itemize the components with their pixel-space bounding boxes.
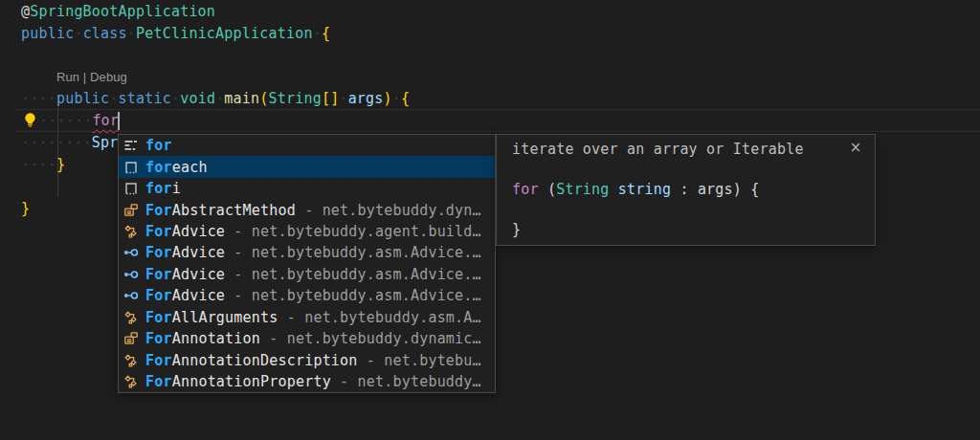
interface-icon [123,288,139,303]
code-token: public [21,25,74,42]
code-token: public [56,90,109,107]
matched-text: For [145,287,172,304]
annotation-line: @SpringBootApplication [21,1,215,23]
snippet-icon [123,160,139,175]
for-typed-line: ······for [39,110,119,132]
code-token: · [127,25,136,42]
main-close-brace-line: ····} [21,154,65,176]
current-line-highlight [15,109,980,132]
code-token: static [119,90,171,107]
suggestion-item-fori[interactable]: fori [119,178,495,199]
code-token: · [392,90,401,107]
code-token: · [313,25,322,42]
code-token: main [224,90,259,107]
suggestion-label: ForAdvice [145,266,225,283]
code-token: } [512,221,521,238]
matched-text: For [145,202,172,219]
suggestion-item-foreach[interactable]: foreach [119,156,495,177]
matched-text: For [145,244,172,261]
keyword-icon [123,138,139,153]
code-token: · [171,90,180,107]
suggestion-detail: - net.bytebuddy.asm.Advice.… [225,266,481,283]
codelens-run-link[interactable]: Run [56,70,79,84]
matched-text: For [145,352,172,369]
code-token: ( [259,90,268,107]
doc-code-line: } [512,220,859,240]
doc-code-line: for (String string : args) { [512,180,859,200]
suggestion-item-for[interactable]: for [119,135,495,156]
label-rest: AnnotationProperty [172,373,331,390]
label-rest: AnnotationDescription [172,352,358,369]
suggestion-item-forannotationdescription[interactable]: ForAnnotationDescription - net.bytebu… [119,349,495,370]
code-token: { [322,25,330,42]
suggest-widget: forforeachforiForAbstractMethod - net.by… [118,134,496,393]
suggestion-item-forallarguments[interactable]: ForAllArguments - net.bytebuddy.asm.A… [119,307,495,328]
code-token: ········ [21,134,92,151]
code-token: String [556,181,609,198]
code-token: · [339,90,347,107]
code-token: for [92,112,119,129]
text-cursor [118,112,120,130]
code-token: ···· [21,156,56,173]
code-token: PetClinicApplication [136,25,313,42]
label-rest: i [172,180,181,197]
enum-icon [123,224,139,239]
suggestion-label: for [145,137,172,154]
interface-icon [123,245,139,260]
suggestion-label: ForAdvice [145,223,225,240]
code-token: ······ [39,112,92,129]
suggestion-description: iterate over an array or Iterable [512,140,859,160]
suggestion-detail: - net.bytebuddy.asm.Advice.… [225,287,481,304]
code-token: string [618,181,671,198]
suggestion-item-foradvice[interactable]: ForAdvice - net.bytebuddy.asm.Advice.… [119,285,495,306]
suggestion-label: ForAbstractMethod [145,202,296,219]
code-token: } [21,200,30,217]
codelens-debug-link[interactable]: Debug [90,70,127,84]
matched-text: for [145,159,172,176]
suggestion-detail: - net.bytebuddy.dyn… [296,202,481,219]
matched-text: For [145,266,172,283]
code-token: ) { [733,181,760,198]
matched-text: for [145,180,172,197]
codelens-separator: | [79,70,90,84]
close-icon[interactable]: × [847,139,864,156]
suggestion-item-forabstractmethod[interactable]: ForAbstractMethod - net.bytebuddy.dyn… [119,199,495,220]
suggestion-detail: - net.bytebuddy.asm.A… [278,309,480,326]
main-method-line: ····public·static·void·main(String[]·arg… [21,88,410,110]
code-token: ···· [21,90,56,107]
suggestion-item-foradvice[interactable]: ForAdvice - net.bytebuddy.agent.build… [119,221,495,242]
matched-text: For [145,373,172,390]
suggestion-label: ForAnnotationProperty [145,373,331,390]
spring-run-line: ········Spr [21,132,119,154]
code-token: { [401,90,410,107]
class-icon [123,203,139,218]
suggestion-item-forannotation[interactable]: ForAnnotation - net.bytebuddy.dynamic… [119,328,495,349]
label-rest: AllArguments [172,309,278,326]
code-token: : [671,181,698,198]
interface-icon [123,267,139,282]
code-token: · [215,90,224,107]
suggest-docs-panel: iterate over an array or Iterable for (S… [496,134,876,246]
class-icon [123,331,139,346]
matched-text: for [145,137,172,154]
code-token: } [56,156,65,173]
suggestion-detail: - net.bytebuddy.dynamic… [260,330,481,347]
code-token: for [512,181,539,198]
code-token: · [74,25,82,42]
matched-text: For [145,309,172,326]
suggestion-detail: - net.bytebu… [358,352,481,369]
code-token: SpringBootApplication [30,3,215,20]
class-close-brace-line: } [21,198,30,220]
enum-icon [123,374,139,389]
code-token: @ [21,3,30,20]
suggestion-item-foradvice[interactable]: ForAdvice - net.bytebuddy.asm.Advice.… [119,264,495,285]
suggestion-label: foreach [145,159,208,176]
code-token [610,181,618,198]
suggestion-detail: - net.bytebuddy… [331,373,481,390]
code-token: class [83,25,127,42]
suggestion-item-forannotationproperty[interactable]: ForAnnotationProperty - net.bytebuddy… [119,371,495,392]
suggestion-label: ForAnnotation [145,330,260,347]
lightbulb-icon[interactable] [22,112,38,128]
label-rest: Advice [172,223,225,240]
suggestion-item-foradvice[interactable]: ForAdvice - net.bytebuddy.asm.Advice.… [119,242,495,263]
